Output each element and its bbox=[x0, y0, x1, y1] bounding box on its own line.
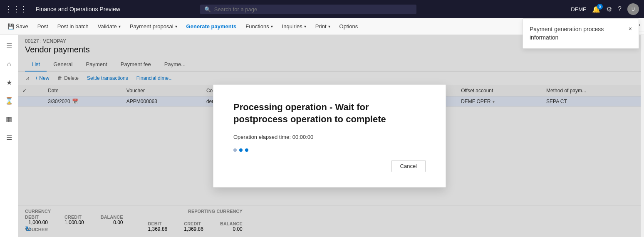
post-in-batch-button[interactable]: Post in batch bbox=[53, 22, 93, 31]
sidebar-menu-icon[interactable]: ☰ bbox=[2, 38, 17, 53]
modal-elapsed: Operation elapsed time: 00:00:00 bbox=[233, 134, 426, 140]
top-nav-right: DEMF 🔔 0 ⚙ ? U bbox=[571, 3, 639, 15]
payment-proposal-button[interactable]: Payment proposal ▾ bbox=[126, 22, 181, 31]
options-button[interactable]: Options bbox=[335, 22, 362, 31]
generate-payments-button[interactable]: Generate payments bbox=[182, 22, 241, 31]
left-sidebar: ☰ ⌂ ★ ⌛ ▦ ☰ bbox=[0, 35, 18, 237]
dot-1 bbox=[233, 148, 237, 152]
inquiries-button[interactable]: Inquiries ▾ bbox=[278, 22, 310, 31]
sidebar-workspaces-icon[interactable]: ▦ bbox=[2, 111, 17, 126]
info-panel-close-icon[interactable]: × bbox=[629, 25, 632, 32]
search-icon: 🔍 bbox=[204, 6, 211, 12]
notification-badge: 0 bbox=[597, 4, 603, 10]
right-scrollbar[interactable] bbox=[641, 35, 644, 237]
validate-caret-icon: ▾ bbox=[119, 24, 121, 29]
inquiries-caret-icon: ▾ bbox=[304, 24, 306, 29]
search-bar[interactable]: 🔍 bbox=[200, 5, 416, 14]
dot-3 bbox=[245, 148, 248, 152]
sidebar-recent-icon[interactable]: ⌛ bbox=[2, 93, 17, 108]
grid-menu-icon[interactable]: ⋮⋮⋮ bbox=[5, 5, 27, 14]
app-title: Finance and Operations Preview bbox=[36, 6, 120, 12]
print-button[interactable]: Print ▾ bbox=[311, 22, 334, 31]
save-button[interactable]: 💾 Save bbox=[3, 22, 32, 31]
avatar[interactable]: U bbox=[627, 3, 639, 15]
modal-actions: Cancel bbox=[233, 160, 426, 172]
sidebar-modules-icon[interactable]: ☰ bbox=[2, 130, 17, 145]
dot-2 bbox=[239, 148, 243, 152]
settings-icon[interactable]: ⚙ bbox=[606, 5, 612, 13]
main-layout: ☰ ⌂ ★ ⌛ ▦ ☰ 00127 : VENDPAY Vendor payme… bbox=[0, 35, 644, 237]
functions-caret-icon: ▾ bbox=[271, 24, 273, 29]
processing-modal: Processing operation - Wait for postproc… bbox=[213, 84, 446, 187]
info-panel-title: Payment generation process information bbox=[530, 25, 624, 42]
content-area: 00127 : VENDPAY Vendor payments List Gen… bbox=[18, 35, 641, 237]
modal-overlay: Processing operation - Wait for postproc… bbox=[18, 35, 641, 237]
loading-dots bbox=[233, 148, 426, 152]
search-input[interactable] bbox=[214, 6, 412, 12]
top-navigation: ⋮⋮⋮ Finance and Operations Preview 🔍 DEM… bbox=[0, 0, 644, 18]
sidebar-favorites-icon[interactable]: ★ bbox=[2, 75, 17, 90]
info-panel: Payment generation process information × bbox=[523, 18, 639, 49]
print-caret-icon: ▾ bbox=[328, 24, 330, 29]
modal-title: Processing operation - Wait for postproc… bbox=[233, 101, 426, 125]
save-icon: 💾 bbox=[7, 23, 14, 30]
info-panel-header: Payment generation process information × bbox=[523, 19, 639, 48]
validate-button[interactable]: Validate ▾ bbox=[94, 22, 125, 31]
payment-proposal-caret-icon: ▾ bbox=[175, 24, 177, 29]
functions-button[interactable]: Functions ▾ bbox=[241, 22, 277, 31]
user-name: DEMF bbox=[571, 6, 586, 12]
cancel-button[interactable]: Cancel bbox=[391, 160, 426, 172]
sidebar-home-icon[interactable]: ⌂ bbox=[2, 57, 17, 72]
notification-icon[interactable]: 🔔 0 bbox=[592, 5, 600, 13]
help-icon[interactable]: ? bbox=[618, 5, 622, 13]
elapsed-value: 00:00:00 bbox=[292, 134, 314, 140]
post-button[interactable]: Post bbox=[33, 22, 52, 31]
